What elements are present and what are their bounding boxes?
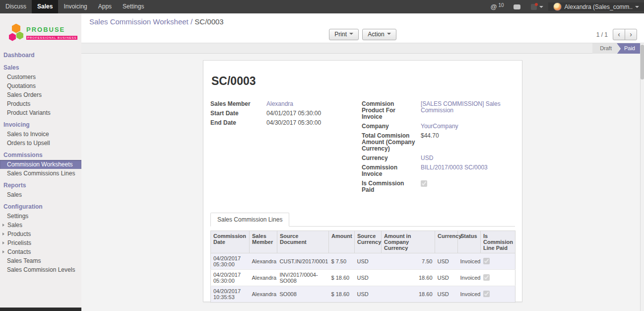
vertical-scrollbar[interactable] — [640, 44, 644, 311]
field-start-date: Start Date04/01/2017 05:30:00 — [210, 110, 362, 117]
user-menu[interactable]: Alexandra (Sales_comm.. — [548, 2, 644, 11]
status-draft[interactable]: Draft — [592, 43, 617, 54]
sidebar-item-sales[interactable]: Sales — [0, 190, 81, 199]
sidebar-item-commission-worksheets[interactable]: Commission Worksheets — [0, 160, 81, 169]
column-header-commission-date[interactable]: Commission Date — [211, 231, 250, 253]
sidebar-heading-invoicing[interactable]: Invoicing — [0, 120, 81, 130]
topbar-menu-sales[interactable]: Sales — [32, 0, 58, 13]
sidebar-item-orders-to-upsell[interactable]: Orders to Upsell — [0, 139, 81, 148]
column-header-currency[interactable]: Currency — [435, 231, 458, 253]
field-label: Commision Product For Invoice — [362, 100, 421, 120]
cell: 18.60 — [382, 270, 435, 286]
topbar-menu-discuss[interactable]: Discuss — [0, 0, 32, 13]
field-value: $44.70 — [421, 132, 515, 152]
sidebar-item-products[interactable]: Products — [0, 230, 81, 238]
field-value: BILL/2017/0003 SC/0003 — [421, 164, 515, 177]
field-label: Is Commission Paid — [362, 180, 421, 193]
column-header-source-currency[interactable]: Source Currency — [355, 231, 382, 253]
field-value: Alexandra — [266, 100, 362, 107]
statusbar: DraftPaid — [81, 43, 644, 54]
column-header-is-commision-line-paid[interactable]: Is Commision Line Paid — [481, 231, 515, 253]
expand-arrow-icon — [2, 233, 6, 235]
chevron-down-icon — [349, 33, 353, 37]
sidebar-item-contacts[interactable]: Contacts — [0, 247, 81, 256]
line-paid-checkbox[interactable] — [483, 274, 490, 281]
sidebar-item-quotations[interactable]: Quotations — [0, 81, 81, 90]
cell: 04/20/2017 05:30:00 — [211, 270, 250, 286]
field-label: Currency — [362, 155, 421, 161]
scrollbar-thumb[interactable] — [641, 45, 644, 79]
action-button[interactable]: Action — [362, 29, 396, 40]
table-row[interactable]: 04/20/2017 10:35:53AlexandraSO008$ 18.60… — [211, 286, 515, 303]
sidebar-footer-bar — [0, 308, 81, 311]
line-paid-checkbox[interactable] — [483, 291, 490, 297]
sidebar-item-pricelists[interactable]: Pricelists — [0, 238, 81, 247]
sidebar-heading-dashboard[interactable]: Dashboard — [0, 50, 81, 60]
sidebar-item-product-variants[interactable]: Product Variants — [0, 108, 81, 117]
activities-button[interactable]: @ 10 — [487, 3, 508, 10]
lines-body: 04/20/2017 05:30:00AlexandraCUST.IN/2017… — [211, 253, 515, 303]
sidebar-item-sales-commissions-lines[interactable]: Sales Commissions Lines — [0, 169, 81, 178]
brand-tagline: PROFESSIONAL BUSINESS — [26, 36, 77, 40]
sidebar-item-sales-orders[interactable]: Sales Orders — [0, 90, 81, 99]
column-header-amount-in-company-currency[interactable]: Amount in Company Currency — [382, 231, 435, 253]
topbar-menu-apps[interactable]: Apps — [93, 0, 117, 13]
topbar-menu-settings[interactable]: Settings — [117, 0, 149, 13]
sidebar-item-settings[interactable]: Settings — [0, 212, 81, 221]
table-row[interactable]: 04/20/2017 05:30:00AlexandraCUST.IN/2017… — [211, 253, 515, 270]
app-body: PROBUSE PROFESSIONAL BUSINESS DashboardS… — [0, 13, 644, 311]
field-link[interactable]: BILL/2017/0003 SC/0003 — [421, 164, 488, 171]
line-paid-checkbox[interactable] — [483, 258, 490, 264]
pager-next-button[interactable]: › — [625, 29, 637, 40]
paid-checkbox[interactable] — [421, 180, 427, 187]
notebook-tabs: Sales Commission Lines — [210, 213, 515, 227]
field-link[interactable]: USD — [421, 155, 433, 161]
column-header-status[interactable]: Status — [458, 231, 481, 253]
field-link[interactable]: Alexandra — [266, 100, 293, 107]
topbar-menus: DiscussSalesInvoicingAppsSettings — [0, 0, 149, 13]
chevron-left-icon: ‹ — [618, 30, 620, 38]
sidebar-item-sales-to-invoice[interactable]: Sales to Invoice — [0, 130, 81, 139]
field-groups: Sales MemberAlexandraStart Date04/01/201… — [210, 100, 515, 196]
chat-bubble-icon[interactable] — [514, 4, 520, 9]
field-link[interactable]: [SALES COMMISSION] Sales Commission — [421, 100, 501, 114]
field-sales-member: Sales MemberAlexandra — [210, 100, 362, 107]
column-header-sales-member[interactable]: Sales Member — [250, 231, 277, 253]
topbar-menu-invoicing[interactable]: Invoicing — [58, 0, 92, 13]
sidebar-heading-reports[interactable]: Reports — [0, 180, 81, 190]
sidebar-heading-commissions[interactable]: Commissions — [0, 150, 81, 160]
tab-sales-commission-lines[interactable]: Sales Commission Lines — [210, 213, 289, 227]
breadcrumb-separator: / — [189, 17, 195, 26]
cell: USD — [435, 270, 458, 286]
cell: SO008 — [277, 286, 329, 303]
field-value: YourCompany — [421, 123, 515, 130]
pager-previous-button[interactable]: ‹ — [613, 29, 625, 40]
sidebar-heading-sales[interactable]: Sales — [0, 63, 81, 73]
sidebar-heading-configuration[interactable]: Configuration — [0, 202, 81, 212]
breadcrumb-parent-link[interactable]: Sales Commission Worksheet — [89, 17, 189, 26]
cell: Invoiced — [458, 286, 481, 303]
cell: $ 7.50 — [329, 253, 355, 270]
commission-lines-table: Commission DateSales MemberSource Docume… — [210, 231, 515, 303]
column-header-amount[interactable]: Amount — [329, 231, 355, 253]
cell: INV/2017/0004-SO008 — [277, 270, 329, 286]
form-sheet: SC/0003 Sales MemberAlexandraStart Date0… — [203, 60, 522, 302]
print-button[interactable]: Print — [329, 29, 359, 40]
brand-name: PROBUSE — [26, 26, 65, 33]
sidebar-item-sales-teams[interactable]: Sales Teams — [0, 256, 81, 265]
sidebar-item-products[interactable]: Products — [0, 99, 81, 108]
cell-line-paid — [481, 286, 515, 303]
chevron-down-icon — [387, 33, 391, 37]
activity-count-badge: 10 — [498, 2, 504, 8]
cell: Invoiced — [458, 270, 481, 286]
sidebar-item-customers[interactable]: Customers — [0, 73, 81, 81]
cell: Alexandra — [250, 286, 277, 303]
sidebar-item-sales-commission-levels[interactable]: Sales Commission Levels — [0, 265, 81, 274]
table-row[interactable]: 04/20/2017 05:30:00AlexandraINV/2017/000… — [211, 270, 515, 286]
sidebar-item-sales[interactable]: Sales — [0, 221, 81, 230]
cell: USD — [435, 253, 458, 270]
developer-mode-button[interactable] — [531, 4, 543, 10]
field-link[interactable]: YourCompany — [421, 123, 458, 130]
breadcrumb-current: SC/0003 — [194, 17, 223, 26]
column-header-source-document[interactable]: Source Document — [277, 231, 329, 253]
